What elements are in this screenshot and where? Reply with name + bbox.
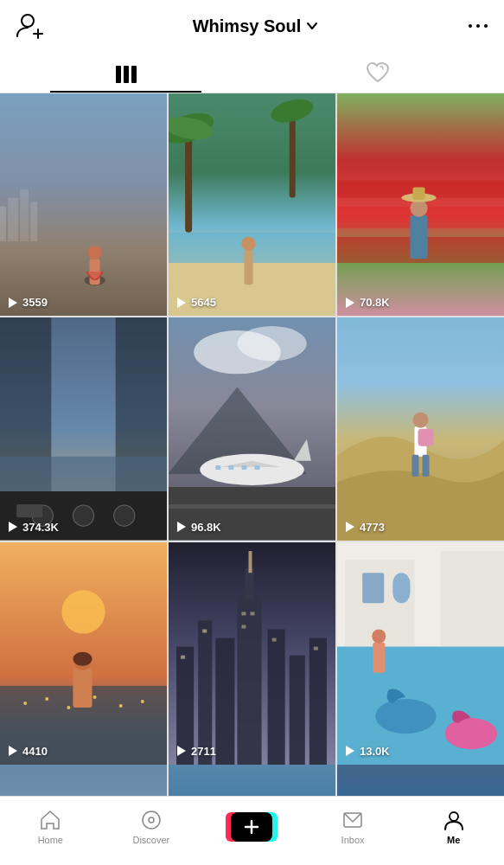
play-icon-8 [175, 745, 188, 757]
svg-rect-81 [290, 655, 305, 765]
svg-rect-58 [418, 429, 433, 446]
svg-rect-21 [290, 111, 296, 198]
svg-rect-54 [169, 504, 335, 509]
thumbnail-7 [0, 542, 167, 765]
nav-me-label: Me [447, 835, 460, 845]
play-icon-1 [7, 297, 19, 309]
play-icon-7 [7, 745, 19, 757]
svg-rect-34 [412, 188, 424, 200]
video-cell-7[interactable]: 4410 [0, 542, 167, 765]
svg-rect-18 [185, 128, 192, 233]
video-stats-5: 96.8K [175, 521, 221, 534]
svg-rect-13 [30, 202, 37, 241]
view-count-5: 96.8K [191, 521, 221, 534]
thumbnail-5 [169, 317, 335, 540]
svg-rect-59 [411, 455, 418, 477]
video-stats-9: 13.0K [344, 745, 390, 758]
svg-rect-12 [20, 189, 29, 241]
svg-point-100 [372, 629, 386, 643]
svg-rect-10 [0, 207, 6, 241]
svg-point-57 [412, 413, 428, 428]
video-cell-3[interactable]: 70.8K [337, 93, 504, 316]
svg-rect-76 [215, 638, 234, 765]
svg-rect-88 [272, 638, 277, 641]
svg-point-26 [241, 237, 255, 251]
svg-point-65 [45, 697, 48, 701]
thumbnail-2 [169, 93, 335, 316]
video-stats-8: 2711 [175, 745, 216, 758]
header: Whimsy Soul [0, 0, 504, 52]
svg-rect-7 [124, 66, 129, 83]
svg-point-98 [445, 718, 497, 749]
svg-rect-86 [241, 625, 246, 628]
add-button-inner [231, 812, 272, 842]
svg-rect-8 [131, 66, 137, 83]
play-icon-5 [175, 521, 188, 533]
nav-me[interactable]: Me [428, 809, 480, 845]
more-options-button[interactable] [466, 14, 490, 38]
profile-title[interactable]: Whimsy Soul [193, 16, 319, 36]
video-cell-2[interactable]: 5645 [169, 93, 335, 316]
dropdown-icon [306, 20, 318, 32]
svg-rect-77 [237, 594, 261, 765]
svg-rect-25 [244, 250, 252, 285]
video-stats-6: 4773 [344, 521, 385, 534]
tab-grid[interactable] [0, 65, 252, 93]
thumbnail-9 [337, 542, 504, 765]
thumbnail-1 [0, 93, 167, 316]
tab-liked[interactable] [252, 61, 505, 93]
nav-inbox-label: Inbox [341, 835, 365, 845]
thumbnail-8 [169, 542, 335, 765]
video-cell-8[interactable]: 2711 [169, 542, 335, 765]
svg-rect-80 [268, 629, 285, 765]
svg-point-72 [73, 651, 92, 665]
svg-point-69 [141, 700, 144, 703]
nav-discover[interactable]: Discover [125, 809, 177, 845]
svg-rect-6 [116, 66, 121, 83]
svg-rect-75 [198, 620, 212, 765]
svg-point-5 [484, 24, 488, 28]
svg-point-66 [67, 706, 70, 709]
heart-icon [366, 61, 390, 84]
svg-rect-84 [202, 629, 207, 632]
video-cell-6[interactable]: 4773 [337, 317, 504, 540]
view-count-8: 2711 [191, 745, 216, 758]
thumbnail-6 [337, 317, 504, 540]
view-count-7: 4410 [22, 745, 48, 758]
svg-rect-78 [245, 568, 253, 599]
video-cell-1[interactable]: 3559 [0, 93, 167, 316]
svg-point-41 [73, 505, 93, 526]
view-count-4: 374.3K [22, 521, 59, 534]
nav-home[interactable]: Home [24, 809, 76, 845]
svg-point-16 [88, 246, 102, 260]
nav-add[interactable] [226, 812, 278, 842]
svg-point-64 [23, 702, 27, 705]
svg-rect-52 [255, 465, 260, 470]
video-cell-9[interactable]: 13.0K [337, 542, 504, 765]
grid-icon [115, 65, 137, 84]
svg-point-101 [143, 811, 160, 829]
play-icon-3 [344, 297, 356, 309]
tabs-bar [0, 52, 504, 93]
svg-point-4 [476, 24, 480, 28]
svg-rect-99 [373, 642, 385, 672]
profile-name-text: Whimsy Soul [193, 16, 302, 36]
svg-point-68 [119, 704, 123, 708]
svg-rect-43 [16, 504, 42, 517]
thumbnail-4 [0, 317, 167, 540]
svg-rect-70 [73, 668, 92, 707]
video-stats-3: 70.8K [344, 296, 390, 309]
svg-rect-11 [8, 198, 18, 241]
profile-icon [443, 809, 465, 831]
svg-point-46 [237, 326, 306, 361]
add-user-button[interactable] [14, 10, 45, 42]
video-cell-5[interactable]: 96.8K [169, 317, 335, 540]
plus-icon [243, 818, 260, 836]
svg-point-42 [114, 505, 135, 526]
video-cell-4[interactable]: 374.3K [0, 317, 167, 540]
nav-inbox[interactable]: Inbox [327, 809, 379, 845]
svg-point-102 [149, 817, 154, 823]
video-stats-1: 3559 [7, 296, 48, 309]
video-grid: 3559 [0, 93, 504, 765]
svg-rect-60 [423, 455, 430, 477]
